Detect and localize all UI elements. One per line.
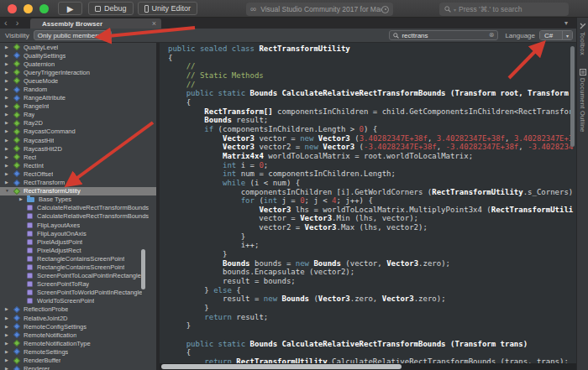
expander-icon[interactable]: ▶ [5, 164, 13, 168]
expander-icon[interactable]: ▶ [5, 87, 13, 91]
tree-item-qualitylevel[interactable]: ▶QualityLevel [0, 43, 156, 51]
tree-item-fliplayoutaxes[interactable]: FlipLayoutAxes [0, 221, 156, 229]
maximize-window-button[interactable] [39, 4, 49, 13]
tree-item-rectanglecontainsscreenpoint[interactable]: RectangleContainsScreenPoint [0, 254, 156, 263]
tree-item-renderbuffer[interactable]: ▶RenderBuffer [0, 356, 156, 364]
language-dropdown[interactable]: C# ▾ [539, 30, 573, 40]
pad-tab-toolbox[interactable]: Toolbox [579, 23, 586, 55]
tree-item-quaternion[interactable]: ▶Quaternion [0, 60, 156, 68]
close-window-button[interactable] [8, 4, 17, 13]
class-blue-icon [13, 323, 20, 330]
expander-icon[interactable]: ▶ [5, 147, 13, 151]
tree-item-raycasthit[interactable]: ▶RaycastHit [0, 136, 156, 144]
tree-item-rectanglecontainsscreenpoint[interactable]: RectangleContainsScreenPoint [0, 263, 156, 271]
expander-icon[interactable]: ▶ [5, 121, 13, 125]
expander-icon[interactable]: ▶ [5, 54, 13, 58]
tab-assembly-browser[interactable]: Assembly Browser × [30, 18, 161, 29]
code-horizontal-scrollbar[interactable] [160, 363, 576, 370]
tree-item-recttransformutility[interactable]: ▼RectTransformUtility [0, 187, 156, 195]
tree-item-rangeattribute[interactable]: ▶RangeAttribute [0, 94, 156, 102]
tree-item-label: Ray2D [24, 119, 43, 127]
tree-item-screenpointtoworldpointinrectangle[interactable]: ScreenPointToWorldPointInRectangle [0, 289, 156, 297]
pad-tab-document-outline[interactable]: Document Outline [579, 69, 586, 133]
expander-icon[interactable]: ▶ [5, 79, 13, 83]
tree-item-remotesettings[interactable]: ▶RemoteSettings [0, 347, 156, 356]
tree-scrollbar-thumb[interactable] [141, 249, 145, 289]
tree-item-rectoffset[interactable]: ▶RectOffset [0, 169, 156, 178]
tree-item-pixeladjustpoint[interactable]: PixelAdjustPoint [0, 237, 156, 246]
expander-icon[interactable]: ▶ [5, 367, 13, 370]
class-green-icon [13, 77, 20, 84]
tree-item-worldtoscreenpoint[interactable]: WorldToScreenPoint [0, 297, 156, 305]
method-icon [27, 281, 33, 287]
close-tab-icon[interactable]: × [152, 20, 156, 28]
tree-item-ray[interactable]: ▶Ray [0, 111, 156, 119]
expander-icon[interactable]: ▶ [5, 112, 13, 117]
visibility-dropdown[interactable]: Only public members ▾ [34, 30, 112, 40]
expander-icon[interactable]: ▶ [5, 358, 13, 362]
expander-icon[interactable]: ▼ [5, 189, 13, 193]
expander-icon[interactable]: ▶ [5, 155, 13, 159]
expander-icon[interactable]: ▶ [5, 45, 13, 50]
tree-item-raycastcommand[interactable]: ▶RaycastCommand [0, 128, 156, 136]
tree-item-base-types[interactable]: ▶Base Types [0, 195, 156, 204]
configuration-selector[interactable]: Debug [88, 2, 134, 15]
tree-item-rectint[interactable]: ▶RectInt [0, 161, 156, 169]
code-panel: public sealed class RectTransformUtility… [160, 43, 576, 370]
expander-icon[interactable]: ▶ [5, 325, 13, 329]
expander-icon[interactable]: ▶ [5, 316, 13, 320]
run-button[interactable]: ▶ [58, 2, 82, 15]
tree-item-reflectionprobe[interactable]: ▶ReflectionProbe [0, 305, 156, 314]
expander-icon[interactable]: ▶ [5, 172, 13, 176]
tree-item-calculaterelativerecttransformbounds[interactable]: CalculateRelativeRectTransformBounds [0, 204, 156, 212]
tree-item-recttransform[interactable]: ▶RectTransform [0, 179, 156, 187]
tree-item-pixeladjustrect[interactable]: PixelAdjustRect [0, 246, 156, 254]
expander-icon[interactable]: ▶ [5, 138, 13, 143]
tree-item-ray2d[interactable]: ▶Ray2D [0, 119, 156, 128]
code-line: } [168, 321, 576, 331]
navigate-back-button[interactable]: ‹ [4, 18, 8, 28]
expander-icon[interactable]: ▶ [5, 341, 13, 346]
tree-item-remoteconfigsettings[interactable]: ▶RemoteConfigSettings [0, 322, 156, 331]
tree-item-queuemode[interactable]: ▶QueueMode [0, 76, 156, 85]
tab-overflow-caret-icon[interactable]: ▾ [564, 18, 568, 29]
tree-item-relativejoint2d[interactable]: ▶RelativeJoint2D [0, 314, 156, 322]
expander-icon[interactable]: ▶ [5, 62, 13, 66]
global-search-field[interactable]: ▾ Press '⌘.' to search [439, 3, 569, 16]
tree-item-renderer[interactable]: ▶Renderer [0, 365, 156, 370]
tree-item-querytriggerinteraction[interactable]: ▶QueryTriggerInteraction [0, 68, 156, 76]
code-vertical-scrollbar-thumb[interactable] [570, 46, 575, 147]
tree-item-screenpointtoray[interactable]: ScreenPointToRay [0, 280, 156, 289]
outline-icon [580, 69, 586, 76]
minimize-window-button[interactable] [24, 4, 33, 13]
navigate-forward-button[interactable]: › [16, 18, 19, 28]
tree-item-calculaterelativerecttransformbounds[interactable]: CalculateRelativeRectTransformBounds [0, 212, 156, 221]
target-selector[interactable]: Unity Editor [138, 2, 198, 15]
expander-icon[interactable]: ▶ [5, 96, 13, 100]
tree-item-label: FlipLayoutOnAxis [37, 230, 87, 237]
type-search-input[interactable]: recttrans ⊗ [389, 30, 498, 40]
tree-item-screenpointtolocalpointinrectangle[interactable]: ScreenPointToLocalPointInRectangle [0, 272, 156, 280]
tree-item-fliplayoutonaxis[interactable]: FlipLayoutOnAxis [0, 229, 156, 237]
expander-icon[interactable]: ▶ [5, 350, 13, 354]
expander-icon[interactable]: ▶ [5, 307, 13, 311]
expander-icon[interactable]: ▶ [5, 129, 13, 133]
tree-item-raycasthit2d[interactable]: ▶RaycastHit2D [0, 144, 156, 153]
method-icon [27, 298, 33, 304]
expander-icon[interactable]: ▶ [19, 197, 27, 201]
code-horizontal-scrollbar-thumb[interactable] [161, 364, 402, 369]
expander-icon[interactable]: ▶ [5, 104, 13, 108]
tree-item-rect[interactable]: ▶Rect [0, 153, 156, 161]
tree-item-rangeint[interactable]: ▶RangeInt [0, 102, 156, 111]
tree-item-random[interactable]: ▶Random [0, 85, 156, 93]
expander-icon[interactable]: ▶ [5, 70, 13, 75]
expander-icon[interactable]: ▶ [5, 180, 13, 185]
tree-item-label: RangeAttribute [24, 94, 66, 102]
tree-item-remotenotificationtype[interactable]: ▶RemoteNotificationType [0, 339, 156, 347]
assembly-tree-panel: ▶QualityLevel▶QualitySettings▶Quaternion… [0, 43, 156, 370]
tree-item-qualitysettings[interactable]: ▶QualitySettings [0, 51, 156, 60]
clear-search-icon[interactable]: ⊗ [489, 32, 495, 39]
tree-item-remotenotification[interactable]: ▶RemoteNotification [0, 331, 156, 339]
code-editor[interactable]: public sealed class RectTransformUtility… [160, 44, 576, 367]
expander-icon[interactable]: ▶ [5, 333, 13, 337]
